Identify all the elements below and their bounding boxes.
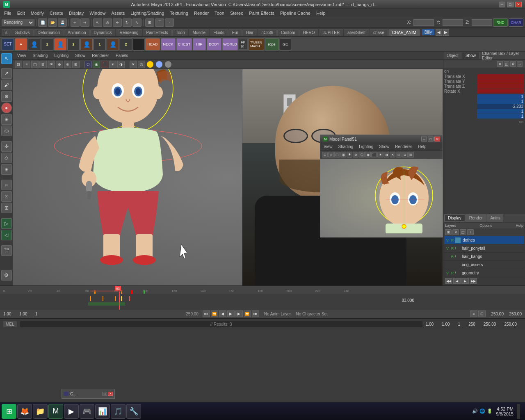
shelf-icon-6[interactable]: 👤 bbox=[80, 38, 93, 50]
layer-icon-3[interactable]: ◫ bbox=[460, 229, 466, 235]
shelf-icon-neck[interactable]: NECK bbox=[161, 38, 176, 50]
move-btn[interactable]: ✛ bbox=[113, 18, 122, 27]
group-btn[interactable]: ⊡ bbox=[1, 191, 12, 202]
viewport-menu-panels[interactable]: Panels bbox=[114, 53, 130, 58]
viewport-menu-renderer[interactable]: Renderer bbox=[90, 53, 111, 58]
shelf-icon-5[interactable]: 2 bbox=[67, 38, 80, 50]
layer-icon-1[interactable]: ⊞ bbox=[445, 229, 452, 235]
mp-menu-lighting[interactable]: Lighting bbox=[357, 144, 375, 149]
menu-window[interactable]: Window bbox=[87, 10, 108, 16]
snap-curve-btn[interactable]: ⌒ bbox=[155, 18, 164, 27]
rp-icon-4[interactable]: ↔ bbox=[517, 61, 523, 67]
shelf-tab-alienshelf[interactable]: alienShelf bbox=[344, 29, 369, 36]
layer-row-hair-bangs[interactable]: R / hair_bangs bbox=[444, 253, 524, 261]
mp-icon-7[interactable]: ⬡ bbox=[359, 152, 365, 158]
vp-icon-xray[interactable]: ✕ bbox=[130, 61, 137, 68]
char-btn[interactable]: CHAR bbox=[509, 18, 523, 27]
paint-tool-btn[interactable]: 🖌 bbox=[1, 80, 12, 90]
mp-icon-4[interactable]: ⊞ bbox=[340, 152, 346, 158]
render-settings-btn[interactable]: RND bbox=[493, 18, 508, 27]
taskbar-audio[interactable]: 🎵 bbox=[111, 404, 126, 419]
viewport-menu-lighting[interactable]: Lighting bbox=[52, 53, 70, 58]
mp-icon-13[interactable]: ◎ bbox=[396, 152, 402, 158]
scale-btn[interactable]: ⤡ bbox=[132, 18, 142, 27]
attr-value-10[interactable]: 1 bbox=[477, 114, 524, 119]
lattice-btn[interactable]: ⊞ bbox=[1, 164, 12, 175]
shelf-tab-hero[interactable]: HERO bbox=[299, 29, 319, 36]
next-key-btn[interactable]: ⏩ bbox=[244, 310, 251, 317]
shelf-icon-8[interactable]: 👤 bbox=[107, 38, 119, 50]
mp-icon-2[interactable]: ≡ bbox=[328, 152, 334, 158]
vp-icon-3[interactable]: ◫ bbox=[31, 61, 39, 68]
menu-texturing[interactable]: Texturing bbox=[167, 10, 191, 16]
snap-point-btn[interactable]: · bbox=[165, 18, 174, 27]
shelf-icon-4[interactable]: 👤 bbox=[54, 38, 66, 50]
taskbar-data[interactable]: 📊 bbox=[95, 404, 110, 419]
menu-help[interactable]: Help bbox=[314, 10, 328, 16]
rp-icon-3[interactable]: ⚙ bbox=[510, 61, 516, 67]
tool-btn-2[interactable]: ↗ bbox=[1, 68, 12, 79]
translate-z-input[interactable] bbox=[472, 19, 492, 26]
vp-icon-texture[interactable]: ⬛ bbox=[101, 61, 108, 68]
menu-lighting-shading[interactable]: Lighting/Shading bbox=[128, 10, 167, 16]
shelf-tab-fluids[interactable]: Fluids bbox=[210, 29, 228, 36]
mini-restore-btn[interactable]: □ bbox=[102, 392, 107, 396]
shelf-icon-world[interactable]: WORLD bbox=[222, 38, 238, 50]
play-start-btn[interactable]: ⏮ bbox=[203, 310, 210, 317]
mp-menu-renderer[interactable]: Renderer bbox=[393, 144, 414, 149]
timeline-icon-1[interactable]: ≡ bbox=[470, 310, 477, 317]
shelf-tab-hair[interactable]: Hair bbox=[242, 29, 257, 36]
shelf-icon-3[interactable]: 1 bbox=[41, 38, 53, 50]
shelf-tab-ncloth[interactable]: nCloth bbox=[258, 29, 277, 36]
shelf-icon-9[interactable]: 2 bbox=[120, 38, 132, 50]
cube-btn[interactable]: ⊞ bbox=[1, 114, 12, 125]
shelf-tab-chase[interactable]: chase bbox=[370, 29, 388, 36]
viewport-menu-view[interactable]: View bbox=[16, 53, 28, 58]
layers-help[interactable]: Help bbox=[516, 224, 523, 228]
cylinder-btn[interactable]: ⬭ bbox=[1, 126, 12, 136]
play-btn[interactable]: ▶ bbox=[227, 310, 235, 317]
prev-key-btn[interactable]: ⏪ bbox=[211, 310, 218, 317]
layer-nav-prev[interactable]: ◀ bbox=[453, 278, 461, 284]
shelf-tab-s[interactable]: s bbox=[2, 29, 11, 36]
mp-icon-6[interactable]: ⊕ bbox=[353, 152, 358, 158]
shelf-tab-billy[interactable]: Billy bbox=[422, 29, 434, 35]
attr-value-tz[interactable] bbox=[477, 84, 524, 89]
mp-icon-15[interactable]: ▤ bbox=[408, 152, 414, 158]
menu-render[interactable]: Render bbox=[192, 10, 211, 16]
layer-row-dothes[interactable]: V R dothes bbox=[444, 236, 524, 244]
shelf-icon-chest[interactable]: CHEST bbox=[176, 38, 192, 50]
shelf-scroll-right[interactable]: ▶ bbox=[443, 29, 449, 36]
render-tab-anim[interactable]: Anim bbox=[487, 215, 504, 221]
menu-paint-effects[interactable]: Paint Effects bbox=[247, 10, 277, 16]
shelf-icon-1[interactable]: A bbox=[15, 38, 27, 50]
mp-icon-11[interactable]: ◑ bbox=[383, 152, 389, 158]
taskbar-maya[interactable]: M bbox=[48, 404, 63, 419]
viewport-menu-show[interactable]: Show bbox=[73, 53, 87, 58]
snap-grid-btn[interactable]: ⊞ bbox=[145, 18, 154, 27]
translate-x-input[interactable] bbox=[413, 19, 434, 26]
model-panel-icon[interactable]: M bbox=[323, 137, 328, 142]
maximize-button[interactable]: □ bbox=[507, 2, 514, 7]
ungroup-btn[interactable]: ⊞ bbox=[1, 203, 12, 213]
mp-icon-3[interactable]: ◫ bbox=[334, 152, 340, 158]
model-panel-close[interactable]: ✕ bbox=[434, 137, 440, 142]
rp-icon-2[interactable]: ◫ bbox=[504, 61, 509, 67]
model-panel-minimize[interactable]: ─ bbox=[421, 137, 427, 142]
shelf-tab-custom[interactable]: Custom bbox=[277, 29, 299, 36]
shelf-icon-hip[interactable]: HIP bbox=[193, 38, 206, 50]
vp-icon-1[interactable]: ⊡ bbox=[15, 61, 22, 68]
mode-dropdown[interactable]: Rendering bbox=[2, 19, 34, 26]
next-frame-btn[interactable]: ▶ bbox=[235, 310, 243, 317]
model-panel-maximize[interactable]: □ bbox=[428, 137, 434, 142]
shelf-tab-muscle[interactable]: Muscle bbox=[189, 29, 209, 36]
mp-icon-12[interactable]: ✕ bbox=[390, 152, 395, 158]
poly-btn[interactable]: ◇ bbox=[1, 153, 12, 163]
lasso-btn[interactable]: ◎ bbox=[103, 18, 112, 27]
new-file-btn[interactable]: 📄 bbox=[38, 18, 47, 27]
vp-icon-5[interactable]: 👁 bbox=[48, 61, 55, 68]
rp-tab-show[interactable]: Show bbox=[462, 52, 479, 59]
shelf-icon-rope[interactable]: rope bbox=[265, 38, 279, 50]
layer-nav-next[interactable]: ▶ bbox=[461, 278, 469, 284]
mp-icon-8[interactable]: ◉ bbox=[365, 152, 371, 158]
